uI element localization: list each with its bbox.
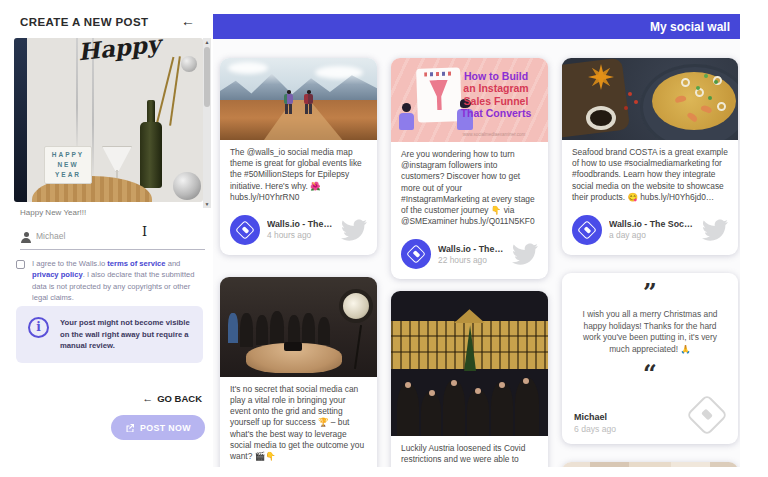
review-notice-box: i Your post might not become visible on … xyxy=(16,306,203,363)
hiker-head xyxy=(287,90,291,94)
event-photo xyxy=(220,277,377,377)
twitter-icon xyxy=(702,219,728,241)
person-silhouette xyxy=(421,392,441,436)
person-silhouette xyxy=(270,311,284,347)
disco-ball xyxy=(173,172,201,200)
post-card-hikers[interactable]: The @walls_io social media map theme is … xyxy=(220,58,377,255)
name-input[interactable] xyxy=(36,231,186,241)
graphic-title: How to Build an Instagram Sales Funnel T… xyxy=(448,70,544,120)
wall-title: My social wall xyxy=(650,20,730,34)
post-card-quote[interactable]: ” I wish you all a merry Christmas and h… xyxy=(562,273,738,444)
lightbox-line: HAPPY xyxy=(45,150,91,160)
illustration-figure xyxy=(399,103,414,130)
post-footer: Walls.io - The Socia... a day ago xyxy=(562,211,738,255)
back-arrow-icon: ← xyxy=(142,392,153,404)
post-time: a day ago xyxy=(609,230,695,240)
disco-ball xyxy=(181,56,197,72)
person-silhouette xyxy=(515,378,539,436)
feed-column-1: The @walls_io social media map theme is … xyxy=(220,58,377,467)
post-footer: Michael 6 days ago xyxy=(574,396,726,434)
post-meta: Walls.io - The Socia... 4 hours ago xyxy=(267,219,334,240)
post-card-event[interactable]: It's no secret that social media can pla… xyxy=(220,277,377,467)
post-author: Walls.io - The Socia... xyxy=(609,219,695,229)
post-card-palace[interactable]: Luckily Austria loosened its Covid restr… xyxy=(391,291,548,467)
post-author: Michael xyxy=(574,412,688,422)
wall-header: My social wall xyxy=(213,14,740,39)
post-now-button[interactable]: POST NOW xyxy=(111,415,205,440)
consent-row: I agree to the Walls.io terms of service… xyxy=(16,258,205,304)
name-field-row xyxy=(20,228,205,250)
hiker-legs xyxy=(285,104,292,114)
person-icon xyxy=(21,232,31,243)
post-text: Seafood brand COSTA is a great example o… xyxy=(562,140,738,211)
post-now-label: POST NOW xyxy=(140,423,191,433)
post-time: 4 hours ago xyxy=(267,230,334,240)
hiker-torso xyxy=(304,94,313,104)
post-meta: Michael 6 days ago xyxy=(574,412,688,434)
post-message-text[interactable]: Happy New Year!!! xyxy=(20,208,86,217)
graphic-title-line: Sales Funnel xyxy=(448,95,544,107)
champagne-bottle xyxy=(140,122,162,188)
privacy-policy-link[interactable]: privacy policy xyxy=(32,270,83,279)
social-wall-feed[interactable]: The @walls_io social media map theme is … xyxy=(213,39,740,467)
softbox-light xyxy=(339,289,373,323)
post-text: Are you wondering how to turn @instagram… xyxy=(391,142,548,235)
wallsio-gray-logo-icon xyxy=(688,396,726,434)
post-card-partial[interactable] xyxy=(562,462,738,467)
person-silhouette xyxy=(491,382,513,436)
happy-script-text: Happy xyxy=(77,38,162,65)
post-meta: Walls.io - The Socia... a day ago xyxy=(609,219,695,240)
hiker-head xyxy=(307,90,311,94)
info-icon: i xyxy=(28,317,49,338)
quote-text: I wish you all a merry Christmas and hap… xyxy=(578,309,722,356)
cloud-shape xyxy=(315,66,363,79)
post-footer: Walls.io - The Socia... 4 hours ago xyxy=(220,211,377,255)
lightbox-line: NEW xyxy=(45,160,91,170)
light-stand xyxy=(354,325,362,369)
graphic-title-line: an Instagram xyxy=(448,82,544,94)
graphic-title-line: How to Build xyxy=(448,70,544,82)
hiker-legs xyxy=(305,104,312,114)
consent-part: and xyxy=(166,259,181,268)
chili-dots xyxy=(628,92,632,96)
post-image-preview[interactable]: Happy HAPPY NEW YEAR xyxy=(14,38,203,202)
partial-photo xyxy=(562,462,738,467)
go-back-button[interactable]: ←GO BACK xyxy=(142,392,202,404)
feed-column-2: How to Build an Instagram Sales Funnel T… xyxy=(391,58,548,467)
pepper-spoon xyxy=(586,106,616,130)
graphic-title-line: That Converts xyxy=(448,107,544,119)
quote-close-icon: “ xyxy=(574,362,726,386)
hiker-torso xyxy=(284,94,293,104)
feed-column-3: Seafood brand COSTA is a great example o… xyxy=(562,58,738,467)
squid-ring xyxy=(695,88,704,97)
post-author: Walls.io - The Socia... xyxy=(438,244,505,254)
person-silhouette xyxy=(240,313,253,347)
consent-part: I agree to the Walls.io xyxy=(32,259,107,268)
scroll-down-icon[interactable]: ▼ xyxy=(203,201,211,207)
post-card-funnel[interactable]: How to Build an Instagram Sales Funnel T… xyxy=(391,58,548,279)
cloud-shape xyxy=(228,62,268,74)
terms-of-service-link[interactable]: terms of service xyxy=(107,259,165,268)
twitter-icon xyxy=(341,219,367,241)
person-silhouette-blue xyxy=(228,313,238,343)
twitter-icon xyxy=(512,243,538,265)
seafood-photo xyxy=(562,58,738,140)
post-card-seafood[interactable]: Seafood brand COSTA is a great example o… xyxy=(562,58,738,255)
herb-dots xyxy=(704,74,708,78)
person-silhouette xyxy=(302,313,315,347)
text-cursor-icon: I xyxy=(142,224,147,239)
app-root: CREATE A NEW POST ← Happy HAPPY NEW YEAR… xyxy=(0,0,768,477)
back-arrow-icon[interactable]: ← xyxy=(181,13,195,29)
scrollbar-thumb[interactable] xyxy=(204,47,210,107)
martini-glass xyxy=(102,146,132,172)
scroll-up-icon[interactable]: ▲ xyxy=(203,39,211,45)
consent-checkbox[interactable] xyxy=(16,260,25,269)
squid-ring xyxy=(681,78,690,87)
image-scrollbar[interactable]: ▲ ▼ xyxy=(203,38,211,208)
palace-pediment xyxy=(454,309,485,323)
figure-body xyxy=(399,113,414,130)
post-footer: Walls.io - The Socia... 22 hours ago xyxy=(391,235,548,279)
squid-ring xyxy=(717,102,726,111)
post-text: It's no secret that social media can pla… xyxy=(220,377,377,467)
post-author: Walls.io - The Socia... xyxy=(267,219,334,229)
